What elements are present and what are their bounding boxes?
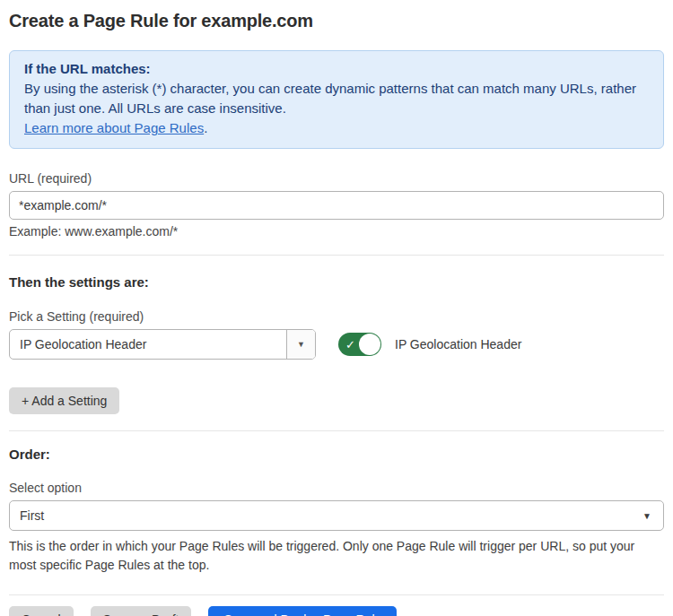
ip-geolocation-toggle[interactable]: ✓ (338, 333, 381, 356)
setting-row: IP Geolocation Header ▼ ✓ IP Geolocation… (9, 329, 664, 360)
save-deploy-button[interactable]: Save and Deploy Page Rule (208, 606, 397, 616)
add-setting-button[interactable]: + Add a Setting (9, 387, 119, 414)
toggle-knob (359, 334, 380, 355)
create-page-rule-form: Create a Page Rule for example.com If th… (0, 0, 673, 616)
save-draft-button[interactable]: Save as Draft (91, 606, 192, 616)
pick-setting-label: Pick a Setting (required) (9, 309, 664, 324)
info-link-period: . (204, 120, 207, 135)
url-label: URL (required) (9, 171, 664, 186)
url-input[interactable] (9, 191, 664, 220)
divider (9, 594, 664, 595)
setting-select[interactable]: IP Geolocation Header ▼ (9, 329, 316, 360)
url-example-helper: Example: www.example.com/* (9, 224, 664, 239)
info-box-link-line: Learn more about Page Rules. (24, 118, 649, 138)
setting-select-value: IP Geolocation Header (10, 337, 146, 351)
cancel-button[interactable]: Cancel (9, 606, 74, 616)
check-icon: ✓ (345, 339, 355, 351)
toggle-label: IP Geolocation Header (395, 337, 521, 351)
select-option-label: Select option (9, 481, 664, 495)
info-box-heading: If the URL matches: (24, 59, 649, 79)
form-actions: Cancel Save as Draft Save and Deploy Pag… (9, 606, 664, 616)
url-match-info-box: If the URL matches: By using the asteris… (9, 50, 664, 149)
divider (9, 430, 664, 431)
learn-more-link[interactable]: Learn more about Page Rules (24, 120, 204, 135)
divider (9, 255, 664, 256)
order-select-value: First (20, 508, 44, 523)
order-section-heading: Order: (9, 447, 664, 462)
order-helper-text: This is the order in which your Page Rul… (9, 537, 664, 575)
order-select[interactable]: First ▼ (9, 500, 664, 531)
page-title: Create a Page Rule for example.com (9, 11, 664, 31)
info-box-body: By using the asterisk (*) character, you… (24, 79, 649, 118)
chevron-down-icon[interactable]: ▼ (286, 330, 315, 359)
toggle-group: ✓ IP Geolocation Header (338, 333, 521, 356)
settings-section-heading: Then the settings are: (9, 274, 664, 290)
select-arrow-icon: ▼ (642, 511, 651, 521)
